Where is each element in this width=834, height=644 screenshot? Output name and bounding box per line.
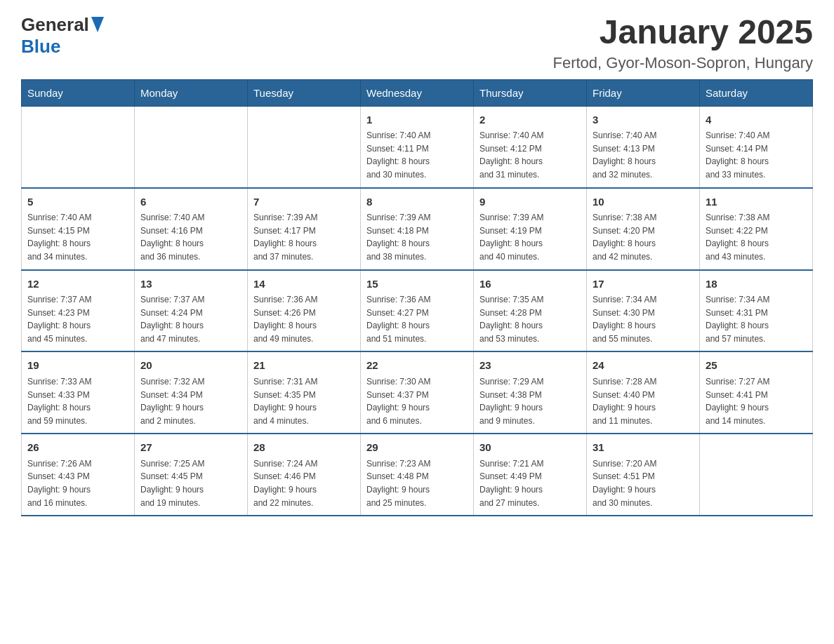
month-title: January 2025 (553, 14, 814, 51)
calendar-cell-w3-d5: 24Sunrise: 7:28 AMSunset: 4:40 PMDayligh… (587, 351, 700, 434)
calendar-cell-w0-d1 (135, 106, 248, 187)
svg-marker-0 (91, 17, 104, 32)
calendar-cell-w0-d6: 4Sunrise: 7:40 AMSunset: 4:14 PMDaylight… (700, 106, 813, 187)
calendar-cell-w3-d1: 20Sunrise: 7:32 AMSunset: 4:34 PMDayligh… (135, 351, 248, 434)
calendar-header-row: Sunday Monday Tuesday Wednesday Thursday… (22, 79, 813, 106)
logo: General Blue (21, 14, 104, 58)
day-number: 4 (706, 112, 807, 128)
day-number: 22 (366, 358, 468, 374)
day-number: 29 (366, 440, 468, 456)
day-number: 18 (706, 276, 807, 293)
day-info: Sunrise: 7:40 AMSunset: 4:13 PMDaylight:… (593, 129, 694, 181)
header-saturday: Saturday (700, 79, 813, 106)
calendar-cell-w2-d1: 13Sunrise: 7:37 AMSunset: 4:24 PMDayligh… (135, 270, 248, 352)
day-number: 30 (479, 440, 581, 456)
header-wednesday: Wednesday (361, 79, 474, 106)
day-info: Sunrise: 7:37 AMSunset: 4:24 PMDaylight:… (140, 293, 241, 345)
day-number: 15 (366, 276, 468, 293)
calendar-cell-w1-d5: 10Sunrise: 7:38 AMSunset: 4:20 PMDayligh… (587, 188, 700, 270)
calendar-cell-w2-d2: 14Sunrise: 7:36 AMSunset: 4:26 PMDayligh… (248, 270, 361, 352)
day-number: 1 (366, 112, 468, 128)
calendar-cell-w4-d1: 27Sunrise: 7:25 AMSunset: 4:45 PMDayligh… (135, 434, 248, 516)
calendar-cell-w4-d0: 26Sunrise: 7:26 AMSunset: 4:43 PMDayligh… (22, 434, 135, 516)
day-number: 23 (479, 358, 581, 374)
day-info: Sunrise: 7:26 AMSunset: 4:43 PMDaylight:… (27, 457, 128, 509)
calendar-cell-w1-d1: 6Sunrise: 7:40 AMSunset: 4:16 PMDaylight… (135, 188, 248, 270)
calendar-week-row-1: 5Sunrise: 7:40 AMSunset: 4:15 PMDaylight… (22, 188, 813, 270)
calendar-cell-w0-d4: 2Sunrise: 7:40 AMSunset: 4:12 PMDaylight… (474, 106, 587, 187)
location-title: Fertod, Gyor-Moson-Sopron, Hungary (553, 54, 814, 72)
day-info: Sunrise: 7:33 AMSunset: 4:33 PMDaylight:… (27, 375, 128, 427)
day-info: Sunrise: 7:40 AMSunset: 4:11 PMDaylight:… (366, 129, 468, 181)
calendar-cell-w0-d0 (22, 106, 135, 187)
calendar-cell-w3-d2: 21Sunrise: 7:31 AMSunset: 4:35 PMDayligh… (248, 351, 361, 434)
day-number: 2 (479, 112, 581, 128)
day-number: 31 (593, 440, 694, 456)
day-info: Sunrise: 7:31 AMSunset: 4:35 PMDaylight:… (253, 375, 355, 427)
day-info: Sunrise: 7:25 AMSunset: 4:45 PMDaylight:… (140, 457, 241, 509)
day-number: 28 (253, 440, 355, 456)
day-number: 26 (27, 440, 128, 456)
day-info: Sunrise: 7:32 AMSunset: 4:34 PMDaylight:… (140, 375, 241, 427)
day-info: Sunrise: 7:36 AMSunset: 4:27 PMDaylight:… (366, 293, 468, 345)
calendar-cell-w2-d0: 12Sunrise: 7:37 AMSunset: 4:23 PMDayligh… (22, 270, 135, 352)
day-number: 20 (140, 358, 241, 374)
calendar-cell-w3-d6: 25Sunrise: 7:27 AMSunset: 4:41 PMDayligh… (700, 351, 813, 434)
day-info: Sunrise: 7:40 AMSunset: 4:16 PMDaylight:… (140, 211, 241, 263)
day-info: Sunrise: 7:37 AMSunset: 4:23 PMDaylight:… (27, 293, 128, 345)
calendar-cell-w4-d2: 28Sunrise: 7:24 AMSunset: 4:46 PMDayligh… (248, 434, 361, 516)
calendar-cell-w4-d4: 30Sunrise: 7:21 AMSunset: 4:49 PMDayligh… (474, 434, 587, 516)
day-number: 11 (706, 194, 807, 210)
day-number: 14 (253, 276, 355, 293)
title-section: January 2025 Fertod, Gyor-Moson-Sopron, … (553, 14, 814, 72)
calendar-cell-w2-d5: 17Sunrise: 7:34 AMSunset: 4:30 PMDayligh… (587, 270, 700, 352)
calendar-week-row-4: 26Sunrise: 7:26 AMSunset: 4:43 PMDayligh… (22, 434, 813, 516)
logo-blue-text: Blue (21, 36, 60, 57)
calendar-cell-w4-d3: 29Sunrise: 7:23 AMSunset: 4:48 PMDayligh… (361, 434, 474, 516)
calendar-table: Sunday Monday Tuesday Wednesday Thursday… (21, 79, 813, 516)
calendar-cell-w0-d2 (248, 106, 361, 187)
calendar-cell-w4-d6 (700, 434, 813, 516)
page-header: General Blue January 2025 Fertod, Gyor-M… (21, 14, 813, 72)
header-monday: Monday (135, 79, 248, 106)
day-number: 13 (140, 276, 241, 293)
calendar-week-row-0: 1Sunrise: 7:40 AMSunset: 4:11 PMDaylight… (22, 106, 813, 187)
day-number: 10 (593, 194, 694, 210)
day-info: Sunrise: 7:40 AMSunset: 4:12 PMDaylight:… (479, 129, 581, 181)
day-info: Sunrise: 7:38 AMSunset: 4:22 PMDaylight:… (706, 211, 807, 263)
day-number: 24 (593, 358, 694, 374)
day-number: 9 (479, 194, 581, 210)
day-info: Sunrise: 7:34 AMSunset: 4:30 PMDaylight:… (593, 293, 694, 345)
day-number: 16 (479, 276, 581, 293)
calendar-week-row-2: 12Sunrise: 7:37 AMSunset: 4:23 PMDayligh… (22, 270, 813, 352)
calendar-cell-w2-d3: 15Sunrise: 7:36 AMSunset: 4:27 PMDayligh… (361, 270, 474, 352)
day-info: Sunrise: 7:40 AMSunset: 4:15 PMDaylight:… (27, 211, 128, 263)
calendar-cell-w3-d3: 22Sunrise: 7:30 AMSunset: 4:37 PMDayligh… (361, 351, 474, 434)
day-info: Sunrise: 7:40 AMSunset: 4:14 PMDaylight:… (706, 129, 807, 181)
day-info: Sunrise: 7:23 AMSunset: 4:48 PMDaylight:… (366, 457, 468, 509)
day-number: 21 (253, 358, 355, 374)
day-info: Sunrise: 7:35 AMSunset: 4:28 PMDaylight:… (479, 293, 581, 345)
day-number: 7 (253, 194, 355, 210)
day-info: Sunrise: 7:39 AMSunset: 4:18 PMDaylight:… (366, 211, 468, 263)
header-thursday: Thursday (474, 79, 587, 106)
day-info: Sunrise: 7:28 AMSunset: 4:40 PMDaylight:… (593, 375, 694, 427)
calendar-week-row-3: 19Sunrise: 7:33 AMSunset: 4:33 PMDayligh… (22, 351, 813, 434)
day-info: Sunrise: 7:27 AMSunset: 4:41 PMDaylight:… (706, 375, 807, 427)
header-tuesday: Tuesday (248, 79, 361, 106)
calendar-cell-w1-d2: 7Sunrise: 7:39 AMSunset: 4:17 PMDaylight… (248, 188, 361, 270)
day-info: Sunrise: 7:21 AMSunset: 4:49 PMDaylight:… (479, 457, 581, 509)
header-friday: Friday (587, 79, 700, 106)
day-number: 12 (27, 276, 128, 293)
calendar-cell-w0-d3: 1Sunrise: 7:40 AMSunset: 4:11 PMDaylight… (361, 106, 474, 187)
calendar-cell-w0-d5: 3Sunrise: 7:40 AMSunset: 4:13 PMDaylight… (587, 106, 700, 187)
calendar-cell-w4-d5: 31Sunrise: 7:20 AMSunset: 4:51 PMDayligh… (587, 434, 700, 516)
day-info: Sunrise: 7:39 AMSunset: 4:17 PMDaylight:… (253, 211, 355, 263)
day-info: Sunrise: 7:38 AMSunset: 4:20 PMDaylight:… (593, 211, 694, 263)
calendar-cell-w3-d4: 23Sunrise: 7:29 AMSunset: 4:38 PMDayligh… (474, 351, 587, 434)
calendar-cell-w1-d6: 11Sunrise: 7:38 AMSunset: 4:22 PMDayligh… (700, 188, 813, 270)
day-number: 25 (706, 358, 807, 374)
logo-general-text: General (21, 14, 89, 36)
day-number: 19 (27, 358, 128, 374)
day-info: Sunrise: 7:30 AMSunset: 4:37 PMDaylight:… (366, 375, 468, 427)
